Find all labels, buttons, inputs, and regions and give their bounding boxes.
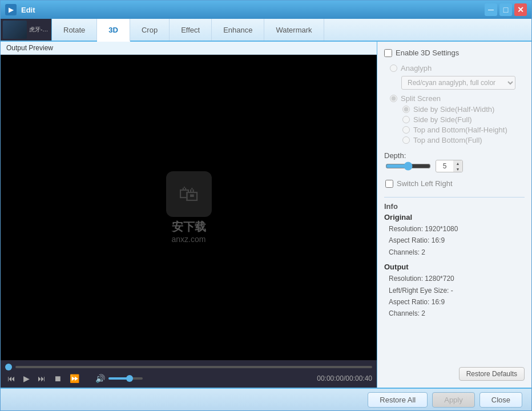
- tab-3d[interactable]: 3D: [97, 19, 130, 42]
- close-window-button[interactable]: ✕: [514, 3, 527, 16]
- depth-slider[interactable]: [385, 162, 431, 171]
- thumbnail-label: 虎牙-胖炸_20...: [29, 26, 49, 34]
- depth-decrement-button[interactable]: ▼: [453, 166, 462, 172]
- depth-section: Depth: ▲ ▼: [384, 149, 525, 172]
- output-preview-label: Output Preview: [1, 42, 377, 55]
- depth-spinners: ▲ ▼: [453, 160, 462, 172]
- enable-3d-checkbox[interactable]: [384, 49, 392, 57]
- enable-3d-row: Enable 3D Settings: [384, 49, 525, 57]
- output-resolution: Resolution: 1280*720: [384, 273, 525, 284]
- split-screen-radio-row: Split Screen: [390, 94, 525, 103]
- skip-back-button[interactable]: ⏮: [5, 373, 18, 384]
- split-screen-radio[interactable]: [390, 95, 397, 102]
- switch-left-right-row: Switch Left Right: [384, 179, 525, 188]
- progress-bar-container: [5, 364, 372, 370]
- progress-handle[interactable]: [5, 364, 12, 370]
- side-by-side-half-label: Side by Side(Half-Width): [413, 105, 494, 114]
- side-by-side-half-row: Side by Side(Half-Width): [402, 105, 525, 114]
- info-section: Info Original Resolution: 1920*1080 Aspe…: [384, 197, 525, 324]
- original-resolution: Resolution: 1920*1080: [384, 223, 525, 235]
- main-content: Output Preview 🛍 安下载 anxz.com ⏮: [1, 42, 531, 388]
- controls-row: ⏮ ▶ ⏭ ⏹ ⏩ 🔊 00:00:00/00:00:40: [5, 373, 372, 384]
- tab-rotate[interactable]: Rotate: [52, 19, 97, 41]
- title-bar: ▶ Edit ─ □ ✕: [1, 1, 531, 19]
- anaglyph-label: Anaglyph: [401, 64, 432, 72]
- progress-track[interactable]: [15, 366, 372, 368]
- output-title: Output: [384, 263, 525, 271]
- anaglyph-radio-row: Anaglyph: [390, 64, 525, 72]
- restore-defaults-button[interactable]: Restore Defaults: [459, 367, 525, 381]
- next-frame-button[interactable]: ⏩: [67, 373, 82, 384]
- enable-3d-label: Enable 3D Settings: [396, 49, 459, 57]
- video-controls: ⏮ ▶ ⏭ ⏹ ⏩ 🔊 00:00:00/00:00:40: [1, 360, 377, 388]
- video-watermark: 🛍 安下载 anxz.com: [166, 171, 212, 244]
- video-area: Output Preview 🛍 安下载 anxz.com ⏮: [1, 42, 377, 388]
- top-bottom-full-label: Top and Bottom(Full): [413, 136, 482, 144]
- tab-crop[interactable]: Crop: [130, 19, 170, 41]
- depth-row: ▲ ▼: [384, 160, 525, 172]
- side-by-side-full-label: Side by Side(Full): [413, 115, 472, 124]
- thumbnail-image: [3, 21, 27, 39]
- original-info: Original Resolution: 1920*1080 Aspect Ra…: [384, 213, 525, 258]
- info-title: Info: [384, 202, 525, 211]
- volume-icon: 🔊: [95, 374, 105, 383]
- depth-increment-button[interactable]: ▲: [453, 160, 462, 166]
- watermark-text: 安下载: [172, 219, 206, 235]
- play-button[interactable]: ▶: [21, 373, 32, 384]
- time-display: 00:00:00/00:00:40: [317, 374, 372, 382]
- output-channels: Channels: 2: [384, 308, 525, 319]
- maximize-button[interactable]: □: [499, 3, 512, 16]
- side-by-side-full-radio[interactable]: [402, 116, 410, 123]
- volume-knob[interactable]: [126, 375, 133, 382]
- tab-watermark[interactable]: Watermark: [264, 19, 324, 41]
- minimize-button[interactable]: ─: [485, 3, 497, 16]
- side-by-side-half-radio[interactable]: [402, 106, 410, 113]
- output-info: Output Resolution: 1280*720 Left/Right E…: [384, 263, 525, 320]
- volume-track[interactable]: [108, 377, 143, 380]
- tab-enhance[interactable]: Enhance: [212, 19, 264, 41]
- stop-button[interactable]: ⏹: [51, 373, 64, 384]
- top-bottom-half-label: Top and Bottom(Half-Height): [413, 126, 507, 134]
- thumbnail-tab: 虎牙-胖炸_20...: [1, 19, 52, 41]
- depth-value-input[interactable]: [436, 161, 453, 171]
- apply-button[interactable]: Apply: [432, 392, 475, 408]
- top-bottom-full-radio[interactable]: [402, 136, 410, 144]
- anaglyph-radio[interactable]: [390, 65, 397, 72]
- top-bottom-half-radio[interactable]: [402, 126, 410, 134]
- watermark-icon: 🛍: [166, 171, 212, 217]
- split-screen-group: Split Screen Side by Side(Half-Width) Si…: [384, 94, 525, 144]
- split-screen-options: Side by Side(Half-Width) Side by Side(Fu…: [390, 105, 525, 144]
- close-button[interactable]: Close: [479, 392, 522, 408]
- output-lr-eye-size: Left/Right Eye Size: -: [384, 285, 525, 296]
- app-icon: ▶: [5, 4, 17, 15]
- anaglyph-dropdown-row: Red/cyan anaglyph, full color: [390, 76, 525, 90]
- settings-area: Enable 3D Settings Anaglyph Red/cyan ana…: [377, 42, 531, 388]
- output-aspect-ratio: Aspect Ratio: 16:9: [384, 296, 525, 308]
- restore-all-button[interactable]: Restore All: [368, 392, 428, 408]
- side-by-side-full-row: Side by Side(Full): [402, 115, 525, 124]
- split-screen-label: Split Screen: [401, 94, 441, 103]
- switch-left-right-checkbox[interactable]: [385, 180, 393, 188]
- main-window: ▶ Edit ─ □ ✕ 虎牙-胖炸_20... Rotate 3D Crop …: [0, 0, 532, 411]
- anaglyph-select[interactable]: Red/cyan anaglyph, full color: [401, 76, 515, 90]
- original-title: Original: [384, 213, 525, 221]
- video-canvas: 🛍 安下载 anxz.com: [1, 55, 377, 360]
- switch-left-right-label: Switch Left Right: [397, 179, 453, 188]
- original-channels: Channels: 2: [384, 247, 525, 258]
- depth-label: Depth:: [384, 151, 525, 160]
- title-bar-controls: ─ □ ✕: [485, 3, 527, 16]
- top-bottom-full-row: Top and Bottom(Full): [402, 136, 525, 144]
- window-title: Edit: [21, 6, 485, 14]
- bottom-bar: Restore All Apply Close: [1, 388, 531, 410]
- watermark-subtext: anxz.com: [172, 235, 206, 244]
- depth-value-box: ▲ ▼: [436, 160, 463, 172]
- tab-effect[interactable]: Effect: [170, 19, 212, 41]
- tab-bar: 虎牙-胖炸_20... Rotate 3D Crop Effect Enhanc…: [1, 19, 531, 42]
- original-aspect-ratio: Aspect Ratio: 16:9: [384, 235, 525, 246]
- anaglyph-group: Anaglyph Red/cyan anaglyph, full color: [384, 64, 525, 90]
- top-bottom-half-row: Top and Bottom(Half-Height): [402, 126, 525, 134]
- skip-forward-button[interactable]: ⏭: [35, 373, 48, 384]
